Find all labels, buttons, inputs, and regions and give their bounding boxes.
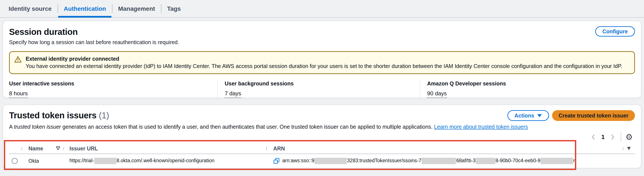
caret-down-icon <box>537 114 542 117</box>
arn-text: arn:aws:sso::93283:trustedTokenIssuer/ss… <box>282 158 576 164</box>
actions-button[interactable]: Actions <box>508 110 549 121</box>
arn-text-part: n <box>573 158 576 163</box>
trusted-token-issuers-table: Name Issuer URL ARN Okta <box>9 143 635 168</box>
column-header-label: ARN <box>273 145 285 152</box>
tab-label: Tags <box>167 5 181 12</box>
tab-bar: Identity source Authentication Managemen… <box>0 0 644 18</box>
stat-value: 7 days <box>225 90 241 98</box>
chevron-left-icon <box>590 134 596 140</box>
session-duration-description: Specify how long a session can last befo… <box>9 39 635 46</box>
table-header-row: Name Issuer URL ARN <box>9 143 635 154</box>
column-sort-icon[interactable] <box>626 145 631 152</box>
description-italic-text: trusted token issuer <box>14 124 61 130</box>
tab-label: Authentication <box>64 5 106 12</box>
tab-label: Management <box>118 5 155 12</box>
stat-value: 90 days <box>427 90 447 98</box>
redacted-text <box>422 158 456 164</box>
description-text: A <box>9 124 14 130</box>
session-duration-title: Session duration <box>9 27 635 37</box>
stat-label: User interactive sessions <box>9 81 217 87</box>
warning-alert: External identity provider connected You… <box>9 51 635 74</box>
row-select-cell <box>9 158 22 164</box>
pagination-divider <box>621 132 621 142</box>
warning-alert-title: External identity provider connected <box>26 55 622 62</box>
arn-text-part: 3283:trustedTokenIssuer/ssoins-7 <box>347 158 421 163</box>
column-header-arn[interactable]: ARN <box>266 145 623 152</box>
row-arn-cell: arn:aws:sso::93283:trustedTokenIssuer/ss… <box>266 158 623 164</box>
session-duration-card: Session duration Configure Specify how l… <box>2 21 642 98</box>
description-text: generates an access token that is used t… <box>61 124 434 130</box>
stat-label: Amazon Q Developer sessions <box>427 81 506 87</box>
stat-user-interactive-sessions: User interactive sessions 8 hours <box>9 81 217 98</box>
row-name-cell: Okta <box>22 158 64 164</box>
next-page-button[interactable] <box>609 133 616 141</box>
arn-text-part: arn:aws:sso::9 <box>282 158 314 163</box>
warning-alert-body: You have connected an external identity … <box>26 62 622 70</box>
redacted-text <box>476 158 495 164</box>
create-trusted-token-issuer-button[interactable]: Create trusted token issuer <box>552 110 635 121</box>
arn-text-part: 8-90b0-70c4-eeb0-9 <box>496 158 540 163</box>
copy-icon[interactable] <box>273 158 280 164</box>
tab-identity-source[interactable]: Identity source <box>2 0 58 18</box>
column-header-label: Issuer URL <box>70 145 98 152</box>
current-page-number: 1 <box>601 134 605 141</box>
column-header-end <box>623 145 635 152</box>
trusted-token-issuers-card: Trusted token issuers (1) Actions Create… <box>2 104 642 168</box>
row-issuer-url-cell: https://trial-8.okta.com/.well-known/ope… <box>64 158 266 164</box>
trusted-token-issuers-description: A trusted token issuer generates an acce… <box>9 123 635 130</box>
tab-authentication[interactable]: Authentication <box>58 0 112 18</box>
tab-tags[interactable]: Tags <box>161 0 187 18</box>
chevron-right-icon <box>610 134 616 140</box>
stat-label: User background sessions <box>225 81 420 87</box>
table-preferences-button[interactable]: ⚙ <box>626 133 633 141</box>
configure-button-label: Configure <box>602 28 628 35</box>
redacted-text <box>314 158 347 164</box>
sort-icon[interactable] <box>56 145 60 152</box>
item-count: (1) <box>99 111 109 120</box>
stat-user-background-sessions: User background sessions 7 days <box>217 81 420 98</box>
column-header-name[interactable]: Name <box>22 145 64 152</box>
create-button-label: Create trusted token issuer <box>558 112 628 119</box>
redacted-text <box>540 158 573 164</box>
tab-label: Identity source <box>9 5 52 12</box>
stat-value: 8 hours <box>9 90 28 98</box>
row-radio-button[interactable] <box>12 158 18 164</box>
previous-page-button[interactable] <box>590 133 597 141</box>
column-header-label: Name <box>28 145 43 152</box>
title-text: Trusted token issuers <box>9 111 96 120</box>
issuer-name: Okta <box>28 158 39 164</box>
table-row[interactable]: Okta https://trial-8.okta.com/.well-know… <box>9 154 635 168</box>
pagination: 1 ⚙ <box>9 132 635 142</box>
stat-amazon-q-developer-sessions: Amazon Q Developer sessions 90 days <box>420 81 506 98</box>
tab-management[interactable]: Management <box>112 0 161 18</box>
arn-text-part: 68af/tti-3 <box>456 158 476 163</box>
gear-icon: ⚙ <box>626 133 633 142</box>
warning-icon <box>14 56 22 70</box>
issuer-url-text: 8.okta.com/.well-known/openid-configurat… <box>116 158 214 163</box>
issuer-url-text: https://trial- <box>70 158 94 163</box>
actions-button-label: Actions <box>514 112 534 119</box>
configure-button[interactable]: Configure <box>595 26 635 37</box>
redacted-text <box>94 158 116 164</box>
column-header-issuer-url[interactable]: Issuer URL <box>64 145 266 152</box>
trusted-token-issuers-title: Trusted token issuers (1) <box>9 110 109 120</box>
learn-more-link[interactable]: Learn more about trusted token issuers <box>434 124 528 130</box>
session-stats: User interactive sessions 8 hours User b… <box>9 81 635 98</box>
